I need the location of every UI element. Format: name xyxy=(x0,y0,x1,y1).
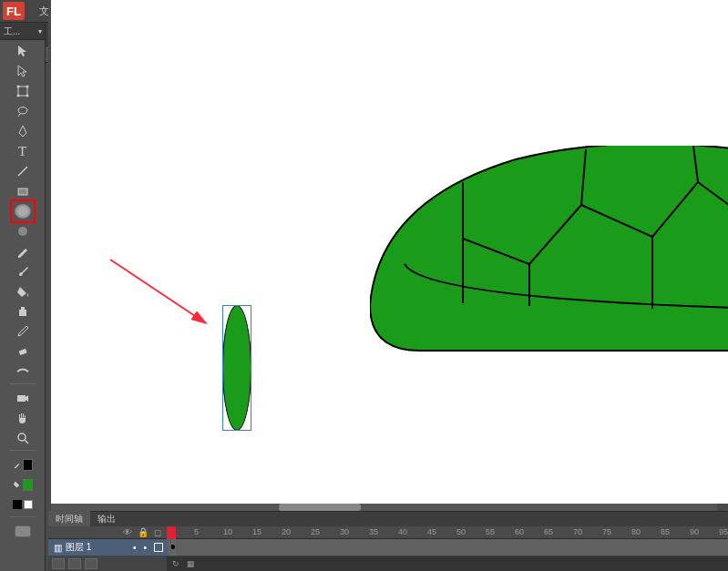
tick: 90 xyxy=(690,527,699,536)
lasso-tool[interactable] xyxy=(13,102,33,120)
tool-divider xyxy=(9,383,36,384)
zoom-tool[interactable] xyxy=(13,429,33,447)
tick: 1 xyxy=(169,527,173,536)
subselection-tool[interactable] xyxy=(13,62,33,80)
line-tool[interactable] xyxy=(13,162,33,180)
tick: 10 xyxy=(223,527,232,536)
width-tool[interactable] xyxy=(13,362,33,381)
tick: 5 xyxy=(194,527,199,536)
onion-skin-icon[interactable]: ▦ xyxy=(187,559,195,568)
oval-tool[interactable] xyxy=(13,202,33,220)
svg-point-1 xyxy=(16,86,19,88)
tick: 80 xyxy=(631,527,641,536)
svg-point-3 xyxy=(16,95,19,97)
svg-line-10 xyxy=(25,440,28,444)
stroke-color[interactable] xyxy=(13,455,33,474)
app-logo: FL xyxy=(3,2,25,20)
svg-point-2 xyxy=(26,86,28,88)
eyedropper-tool[interactable] xyxy=(13,322,33,341)
annotation-arrow xyxy=(106,255,224,346)
svg-line-5 xyxy=(18,167,27,176)
layer-header-icons: 👁 🔒 ◻ xyxy=(48,526,167,539)
timeline-panel: 时间轴 输出 👁 🔒 ◻ 1 5 10 15 20 25 30 35 40 45… xyxy=(48,511,728,571)
hand-tool[interactable] xyxy=(13,409,33,427)
eraser-tool[interactable] xyxy=(13,342,33,361)
delete-layer-button[interactable] xyxy=(85,558,97,569)
timeline-tabs: 时间轴 输出 xyxy=(48,512,728,526)
layer-buttons xyxy=(48,556,167,571)
panel-menu-icon[interactable]: ▾ xyxy=(38,27,42,36)
new-folder-button[interactable] xyxy=(68,558,81,569)
layer-icon: ▥ xyxy=(54,543,62,553)
selection-bounds xyxy=(222,305,251,431)
tick: 85 xyxy=(661,527,670,536)
svg-point-9 xyxy=(18,433,26,441)
rectangle-tool[interactable] xyxy=(13,182,33,200)
tools-header[interactable]: 工... ▾ xyxy=(0,24,45,40)
selected-ellipse-object[interactable] xyxy=(222,305,251,431)
tick: 60 xyxy=(515,527,524,536)
lock-icon[interactable]: 🔒 xyxy=(138,527,149,537)
selection-tool[interactable] xyxy=(13,42,33,60)
camera-tool[interactable] xyxy=(13,389,33,407)
tick: 45 xyxy=(427,527,436,536)
new-layer-button[interactable] xyxy=(52,558,65,569)
text-tool[interactable]: T xyxy=(13,142,33,160)
swap-colors[interactable] xyxy=(13,495,33,514)
turtle-shell-drawing[interactable] xyxy=(370,146,728,364)
svg-point-4 xyxy=(26,95,28,97)
frame-ruler[interactable]: 1 5 10 15 20 25 30 35 40 45 50 55 60 65 … xyxy=(167,526,728,539)
tick: 20 xyxy=(282,527,291,536)
horizontal-scrollbar[interactable] xyxy=(51,504,717,511)
visibility-icon[interactable]: 👁 xyxy=(123,527,132,537)
loop-icon[interactable]: ↻ xyxy=(172,559,179,568)
outline-icon[interactable]: ◻ xyxy=(154,527,161,537)
tick: 70 xyxy=(573,527,582,536)
tools-panel: 工... ▾ T xyxy=(0,24,46,571)
tools-header-label: 工... xyxy=(4,25,20,38)
tick: 35 xyxy=(369,527,378,536)
svg-rect-0 xyxy=(18,87,27,96)
tick: 50 xyxy=(456,527,466,536)
tab-output[interactable]: 输出 xyxy=(90,511,123,527)
polystar-tool[interactable] xyxy=(13,222,33,240)
tab-timeline[interactable]: 时间轴 xyxy=(48,511,90,527)
pencil-tool[interactable] xyxy=(13,242,33,260)
tick: 75 xyxy=(602,527,611,536)
layer-outline-swatch[interactable] xyxy=(154,543,163,552)
layer-lock-dot[interactable]: • xyxy=(143,543,147,553)
tick: 65 xyxy=(544,527,553,536)
svg-line-11 xyxy=(110,260,206,323)
object-drawing-toggle[interactable] xyxy=(13,522,33,540)
brush-tool[interactable] xyxy=(13,262,33,280)
tick: 40 xyxy=(398,527,407,536)
keyframe-dot xyxy=(170,545,175,549)
pen-tool[interactable] xyxy=(13,122,33,140)
tick: 15 xyxy=(252,527,261,536)
paint-bucket-tool[interactable] xyxy=(13,282,33,301)
tick: 95 xyxy=(719,527,728,536)
free-transform-tool[interactable] xyxy=(13,82,33,100)
tick: 25 xyxy=(311,527,320,536)
frames-track[interactable] xyxy=(167,539,728,556)
stage-area xyxy=(48,0,728,511)
svg-rect-6 xyxy=(18,189,27,195)
layer-vis-dot[interactable]: • xyxy=(133,543,137,553)
timeline-footer: ↻ ▦ xyxy=(167,556,728,571)
layer-row[interactable]: ▥ 图层 1 • • xyxy=(48,539,167,556)
svg-rect-8 xyxy=(17,395,26,402)
tool-divider-2 xyxy=(9,450,36,451)
ink-bottle-tool[interactable] xyxy=(13,302,33,321)
svg-rect-7 xyxy=(18,349,26,355)
tick: 30 xyxy=(340,527,349,536)
scrollbar-thumb[interactable] xyxy=(279,504,361,511)
tick: 55 xyxy=(486,527,495,536)
tool-divider-3 xyxy=(9,516,36,517)
layer-name: 图层 1 xyxy=(66,541,91,554)
fill-color[interactable] xyxy=(13,475,33,494)
stage[interactable] xyxy=(51,0,728,504)
